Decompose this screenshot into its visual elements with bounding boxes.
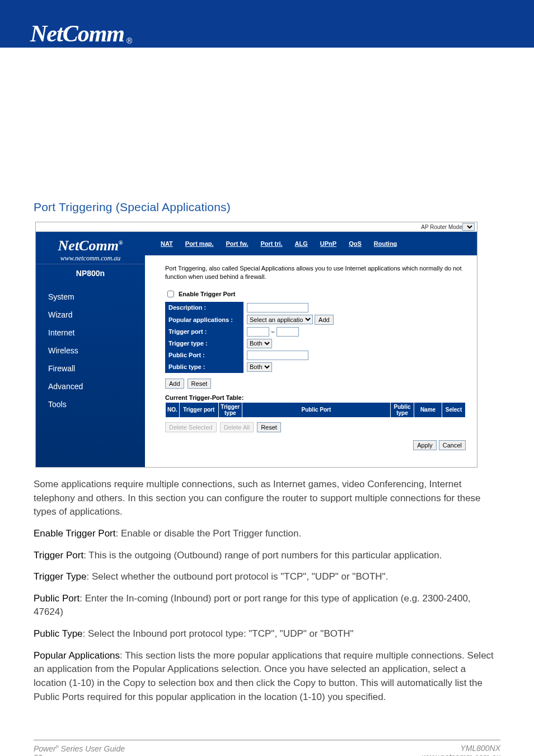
trigger-port-table: NO. Trigger port Trigger type Public Por… — [165, 402, 466, 418]
footer-series-b: Series User Guide — [59, 744, 125, 753]
reset-button[interactable]: Reset — [188, 379, 212, 389]
section-heading: Port Triggering (Special Applications) — [34, 200, 500, 214]
tab-nat[interactable]: NAT — [161, 240, 173, 247]
delete-selected-button[interactable]: Delete Selected — [165, 422, 217, 432]
trigger-port-to[interactable] — [277, 327, 299, 337]
router-sidebar: NetComm® www.netcomm.com.au NP800n Syste… — [36, 232, 145, 467]
document-header: NetComm ® www.netcomm.com.au — [0, 0, 534, 48]
footer-model: YML800NX — [421, 744, 500, 753]
tilde: ~ — [271, 328, 274, 335]
trigger-type-select[interactable]: Both — [247, 339, 272, 348]
para-trigger-type: Trigger Type: Select whether the outboun… — [34, 570, 500, 584]
delete-all-button[interactable]: Delete All — [220, 422, 254, 432]
tab-portmap[interactable]: Port map. — [185, 240, 214, 247]
popular-apps-label: Popular applications : — [165, 314, 243, 326]
router-topbar: AP Router Mode — [36, 222, 477, 232]
tab-porttri[interactable]: Port tri. — [260, 240, 282, 247]
th-trigger-type: Trigger type — [218, 402, 242, 417]
brand-url: www.netcomm.com.au — [30, 45, 105, 54]
mode-select[interactable] — [462, 223, 475, 231]
public-port-label: Public Port : — [165, 349, 243, 361]
th-select: Select — [442, 402, 466, 417]
mode-label: AP Router Mode — [421, 224, 462, 230]
para-public-type: Public Type: Select the Inbound port pro… — [34, 627, 500, 641]
enable-trigger-checkbox[interactable] — [167, 291, 174, 297]
sidebar-brand: NetComm® — [58, 237, 123, 254]
tab-routing[interactable]: Routing — [374, 240, 397, 247]
tab-row: NAT Port map. Port fw. Port tri. ALG UPn… — [145, 232, 477, 255]
tab-portfw[interactable]: Port fw. — [226, 240, 249, 247]
th-name: Name — [414, 402, 442, 417]
trigger-type-label: Trigger type : — [165, 338, 243, 349]
reset-table-button[interactable]: Reset — [257, 422, 281, 432]
tab-alg[interactable]: ALG — [295, 240, 308, 247]
nav-tools[interactable]: Tools — [36, 395, 145, 413]
popular-add-button[interactable]: Add — [315, 315, 334, 325]
description-input[interactable] — [247, 303, 308, 312]
page-number: 50 — [34, 753, 125, 756]
public-type-select[interactable]: Both — [247, 362, 272, 372]
th-trigger-port: Trigger port — [179, 402, 218, 417]
page-footer: Powern Series User Guide 50 YML800NX www… — [34, 740, 500, 756]
th-no: NO. — [166, 402, 180, 417]
nav-system[interactable]: System — [36, 288, 145, 306]
table-title: Current Trigger-Port Table: — [165, 394, 466, 401]
th-public-port: Public Port — [242, 402, 390, 417]
tab-qos[interactable]: QoS — [349, 240, 362, 247]
th-public-type: Public type — [391, 402, 414, 417]
nav-wizard[interactable]: Wizard — [36, 306, 145, 324]
router-admin-screenshot: AP Router Mode NetComm® www.netcomm.com.… — [35, 222, 477, 468]
trigger-port-from[interactable] — [247, 327, 269, 337]
intro-text: Port Triggering, also called Special App… — [165, 264, 466, 282]
para-public-port: Public Port: Enter the In-coming (Inboun… — [34, 592, 500, 619]
popular-apps-select[interactable]: Select an application — [247, 315, 313, 324]
para-intro: Some applications require multiple conne… — [34, 478, 500, 519]
registered-icon: ® — [127, 36, 132, 45]
router-main: NAT Port map. Port fw. Port tri. ALG UPn… — [145, 232, 477, 467]
add-button[interactable]: Add — [165, 379, 184, 389]
para-enable: Enable Trigger Port: Enable or disable t… — [34, 527, 500, 541]
footer-series-a: Power — [34, 744, 56, 753]
para-popular-apps: Popular Applications: This section lists… — [34, 649, 500, 704]
cancel-button[interactable]: Cancel — [439, 440, 466, 450]
enable-trigger-label: Enable Trigger Port — [179, 291, 235, 297]
para-trigger-port: Trigger Port: This is the outgoing (Outb… — [34, 549, 500, 563]
trigger-port-label: Trigger port : — [165, 326, 243, 338]
public-type-label: Public type : — [165, 361, 243, 373]
brand-logo: NetComm — [30, 22, 124, 45]
apply-button[interactable]: Apply — [413, 440, 437, 450]
tab-upnp[interactable]: UPnP — [320, 240, 336, 247]
sidebar-url: www.netcomm.com.au — [36, 254, 145, 264]
model-number: NP800n — [36, 265, 145, 288]
nav-advanced[interactable]: Advanced — [36, 377, 145, 395]
description-label: Description : — [165, 302, 243, 314]
footer-url: www.netcomm.com.au — [421, 753, 500, 756]
nav-wireless[interactable]: Wireless — [36, 342, 145, 360]
nav-internet[interactable]: Internet — [36, 324, 145, 342]
public-port-input[interactable] — [247, 351, 308, 360]
nav-firewall[interactable]: Firewall — [36, 360, 145, 377]
